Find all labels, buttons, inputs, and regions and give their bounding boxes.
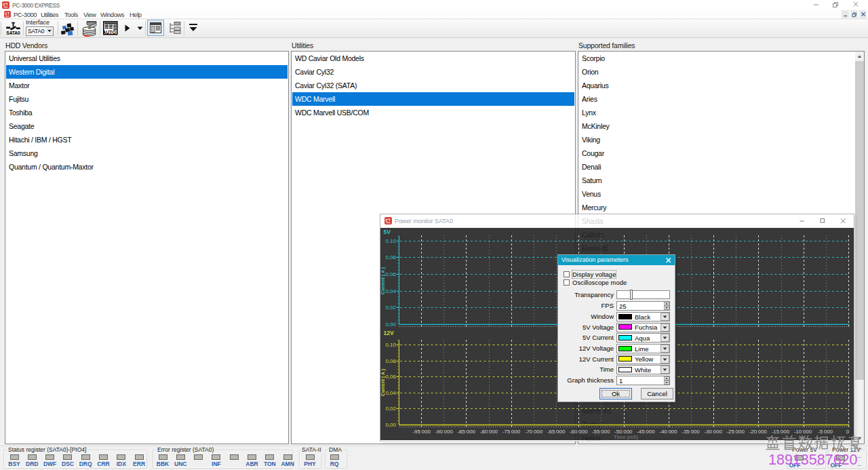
svg-text:-70 000: -70 000 xyxy=(525,429,543,435)
svg-text:0,10: 0,10 xyxy=(385,342,396,348)
svg-text:0,04: 0,04 xyxy=(385,390,396,396)
svg-text:0,08: 0,08 xyxy=(385,254,396,260)
svg-text:Time (mS): Time (mS) xyxy=(614,434,639,440)
svg-text:0,00: 0,00 xyxy=(385,321,396,328)
svg-text:-75 000: -75 000 xyxy=(502,429,521,435)
svg-text:-15 000: -15 000 xyxy=(772,429,790,435)
svg-text:0,06: 0,06 xyxy=(385,374,396,380)
svg-text:SATA0: SATA0 xyxy=(6,31,20,35)
svg-text:Current ( A ): Current ( A ) xyxy=(380,267,386,294)
svg-text:-85 000: -85 000 xyxy=(457,429,475,435)
svg-text:0,06: 0,06 xyxy=(385,271,396,277)
svg-text:-90 000: -90 000 xyxy=(435,429,453,435)
svg-text:-65 000: -65 000 xyxy=(547,429,566,435)
svg-text:0,10: 0,10 xyxy=(385,238,396,244)
svg-text:-10 000: -10 000 xyxy=(794,429,812,435)
svg-text:-20 000: -20 000 xyxy=(749,429,768,435)
svg-text:12V: 12V xyxy=(384,330,394,336)
svg-text:AUTO: AUTO xyxy=(103,30,116,35)
svg-text:-95 000: -95 000 xyxy=(412,429,431,435)
svg-text:5V: 5V xyxy=(384,229,391,235)
svg-text:-35 000: -35 000 xyxy=(682,429,700,435)
svg-text:-25 000: -25 000 xyxy=(726,429,745,435)
svg-text:0: 0 xyxy=(846,429,850,435)
svg-text:0,04: 0,04 xyxy=(385,288,396,294)
svg-text:0,08: 0,08 xyxy=(385,358,396,364)
svg-text:0,02: 0,02 xyxy=(385,406,396,412)
svg-text:-60 000: -60 000 xyxy=(570,429,588,435)
svg-text:Current ( A ): Current ( A ) xyxy=(380,369,386,396)
svg-text:-45 000: -45 000 xyxy=(637,429,655,435)
svg-text:-40 000: -40 000 xyxy=(659,429,677,435)
svg-text:0,02: 0,02 xyxy=(385,305,396,311)
svg-text:-80 000: -80 000 xyxy=(480,429,498,435)
svg-text:-55 000: -55 000 xyxy=(592,429,610,435)
svg-text:0,00: 0,00 xyxy=(385,422,396,428)
svg-text:-5 000: -5 000 xyxy=(818,429,833,435)
svg-text:-30 000: -30 000 xyxy=(704,429,722,435)
